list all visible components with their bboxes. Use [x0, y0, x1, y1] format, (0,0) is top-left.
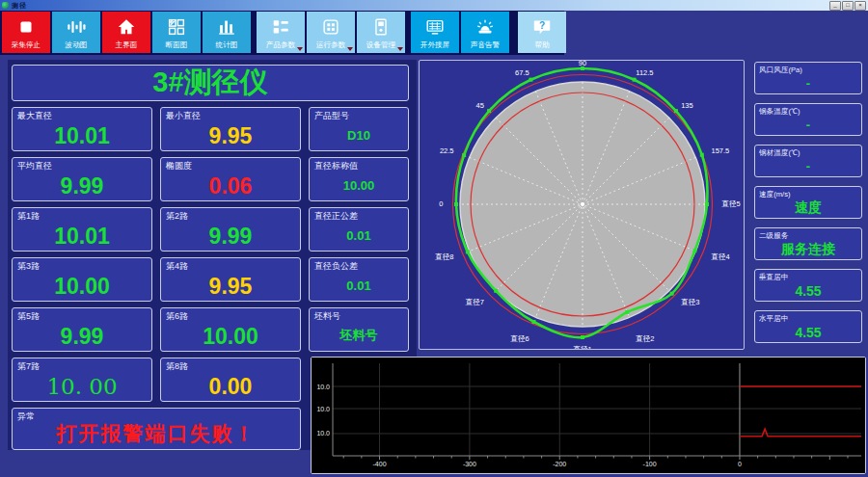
metric-value: 10.01	[13, 121, 151, 150]
gauge-title: 3#测径仪	[152, 64, 267, 102]
monitor-icon	[424, 14, 446, 40]
metric-value: 0.01	[310, 220, 408, 251]
status-box: 钢条温度(℃)-	[754, 103, 862, 136]
toolbar-button-label: 统计图	[216, 40, 238, 49]
metric-value: 10.00	[310, 170, 408, 200]
svg-text:?: ?	[539, 20, 545, 31]
status-value: 4.55	[755, 322, 861, 342]
trend-y-label: 10.0	[316, 406, 330, 412]
metric-box: 直径负公差0.01	[309, 257, 409, 302]
metric-box: 直径正公差0.01	[309, 207, 409, 252]
toolbar-button-label: 设备管理	[366, 40, 395, 49]
params-grid-icon	[320, 14, 341, 40]
cross-section-chart-panel: 直径5157.5135112.59067.54522.50直径8直径7直径6直径…	[419, 60, 745, 350]
alarm-box: 异常打开报警端口失败！	[12, 408, 301, 450]
status-box: 风口风压(Pa)-	[754, 62, 862, 94]
bar-chart-icon	[216, 14, 237, 40]
toolbar-button-label: 断面图	[166, 40, 188, 49]
status-box: 垂直居中4.55	[754, 269, 862, 302]
toolbar-button-product-params[interactable]: 产品参数	[257, 12, 305, 53]
polar-spoke-label: 22.5	[440, 146, 454, 155]
polar-spoke-label: 0	[439, 199, 443, 208]
metric-value: 0.06	[161, 172, 300, 200]
polar-spoke-label: 直径5	[721, 199, 741, 208]
close-button[interactable]: ×	[854, 1, 866, 11]
device-panel-icon	[370, 14, 392, 40]
polar-spoke-label: 67.5	[515, 68, 529, 77]
metric-row: 最大直径10.01最小直径9.95产品型号D10	[12, 107, 413, 151]
toolbar-button-main-screen[interactable]: 主界面	[102, 12, 150, 53]
metric-box: 平均直径9.99	[12, 157, 152, 201]
toolbar-button-label: 波动图	[66, 40, 88, 49]
metric-value: 0.00	[161, 372, 300, 401]
trend-x-label: -300	[463, 461, 476, 467]
metric-box: 椭圆度0.06	[160, 157, 301, 201]
polar-spoke-label: 112.5	[636, 68, 653, 77]
metric-value: 10.00	[161, 322, 300, 351]
siren-icon	[475, 14, 496, 40]
toolbar-button-stop-capture[interactable]: 采集停止	[2, 12, 50, 53]
status-value: 4.55	[755, 280, 861, 301]
metric-row: 第3路10.00第4路9.95直径负公差0.01	[12, 257, 413, 302]
status-value: 服务连接	[755, 239, 861, 259]
toolbar-button-external-screen[interactable]: 开外接屏	[411, 12, 459, 53]
status-box: 钢材温度(℃)-	[754, 145, 862, 177]
product-grid-icon	[270, 14, 291, 40]
polar-spoke-label: 直径6	[510, 334, 529, 343]
metric-box: 第6路10.00	[160, 307, 301, 352]
dropdown-arrow-icon	[347, 47, 353, 51]
toolbar-button-label: 开外接屏	[420, 40, 449, 49]
toolbar-strip: 采集停止 波动图 主界面	[0, 11, 564, 55]
gauge-title-box: 3#测径仪	[12, 65, 409, 101]
metric-box: 直径标称值10.00	[309, 157, 409, 201]
trend-y-label: 10.0	[316, 430, 330, 437]
metric-value: 9.99	[13, 172, 151, 200]
metric-value: D10	[310, 119, 408, 150]
toolbar-button-device-manage[interactable]: 设备管理	[357, 12, 405, 53]
toolbar-button-help[interactable]: ? 帮助	[518, 12, 566, 53]
maximize-button[interactable]: □	[842, 1, 854, 11]
dropdown-arrow-icon	[397, 47, 403, 51]
alarm-message: 打开报警端口失败！	[13, 418, 300, 449]
metric-box: 第4路9.95	[160, 257, 301, 302]
polar-spoke-label: 135	[681, 101, 693, 110]
toolbar: 采集停止 波动图 主界面	[2, 12, 568, 53]
toolbar-button-label: 帮助	[534, 40, 549, 49]
metric-value: 10.01	[13, 222, 151, 251]
metric-row: 第1路10.01第2路9.99直径正公差0.01	[12, 207, 413, 252]
metric-box: 产品型号D10	[309, 107, 409, 151]
app-icon	[2, 2, 9, 9]
question-icon: ?	[531, 14, 553, 40]
polar-spoke-label: 直径4	[711, 252, 730, 261]
polar-spoke-label: 直径3	[680, 298, 699, 306]
metric-value: 9.95	[161, 272, 300, 301]
toolbar-button-run-params[interactable]: 运行参数	[307, 12, 355, 53]
home-icon	[116, 14, 137, 40]
metric-box: 最大直径10.01	[12, 107, 152, 151]
trend-chart: 10.010.010.0-400-300-200-1000	[312, 358, 865, 473]
metric-value: 坯料号	[310, 320, 408, 351]
waveform-icon	[66, 14, 87, 40]
metric-value: 9.99	[13, 322, 151, 351]
metric-box: 最小直径9.95	[160, 107, 301, 151]
metric-value: 9.95	[161, 121, 300, 150]
polar-spoke-label: 90	[579, 61, 586, 67]
toolbar-button-statistics[interactable]: 统计图	[203, 12, 251, 53]
toolbar-button-sound-alarm[interactable]: 声音告警	[461, 12, 509, 53]
toolbar-button-section-view[interactable]: 断面图	[152, 12, 201, 53]
cross-section-chart: 直径5157.5135112.59067.54522.50直径8直径7直径6直径…	[420, 61, 744, 349]
toolbar-button-label: 产品参数	[266, 40, 295, 49]
status-value: -	[755, 73, 861, 93]
metric-value: 0.01	[310, 270, 408, 301]
toolbar-button-wave-chart[interactable]: 波动图	[52, 12, 100, 53]
polar-spoke-label: 45	[475, 101, 483, 110]
metric-row: 第5路9.99第6路10.00坯料号坯料号	[12, 307, 413, 352]
polar-spoke-label: 直径7	[465, 298, 484, 306]
trend-x-label: -200	[553, 461, 566, 467]
dropdown-arrow-icon	[297, 47, 303, 51]
toolbar-button-label: 声音告警	[471, 40, 500, 49]
trend-chart-panel: 10.010.010.0-400-300-200-1000	[311, 357, 866, 474]
window-titlebar: 测径 _ □ ×	[0, 0, 868, 11]
polar-spoke-label: 直径1	[572, 345, 591, 350]
minimize-button[interactable]: _	[829, 1, 841, 11]
